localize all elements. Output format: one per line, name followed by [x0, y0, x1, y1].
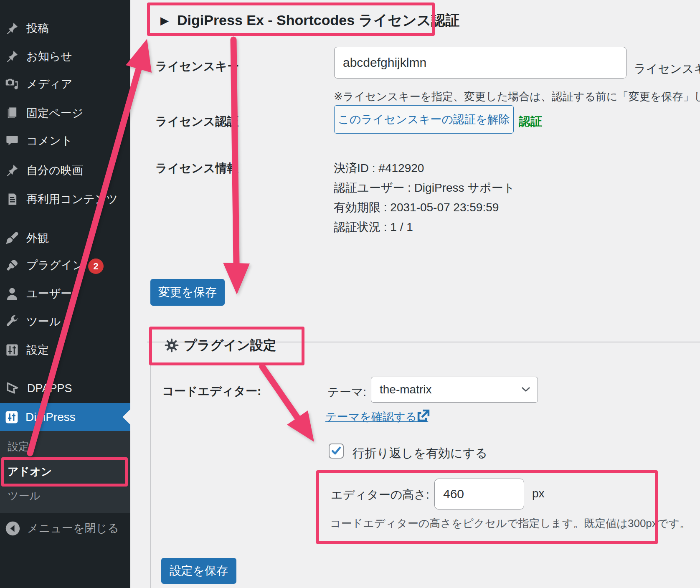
sidebar-item-label: DigiPress [25, 411, 76, 424]
license-info-expiry: 有効期限 : 2031-05-07 23:59:59 [334, 200, 499, 215]
license-key-input[interactable]: abcdefghijklmn [334, 47, 626, 79]
collapse-menu-button[interactable]: メニューを閉じる [0, 520, 130, 537]
sidebar-item-pages[interactable]: 固定ページ [0, 105, 130, 122]
sidebar-item-dpapps[interactable]: DPAPPS [0, 380, 130, 397]
sliders-icon [5, 343, 19, 357]
sidebar-item-media[interactable]: メディア [0, 76, 130, 92]
sidebar-item-label: メディア [26, 76, 73, 91]
license-info-activation-count: 認証状況 : 1 / 1 [334, 219, 413, 235]
auth-status-text: 認証 [519, 114, 542, 129]
sidebar-item-label: お知らせ [26, 49, 72, 64]
sidebar-item-announcements[interactable]: お知らせ [0, 48, 130, 65]
sidebar-item-comments[interactable]: コメント [0, 132, 130, 149]
sidebar-item-plugins[interactable]: プラグイン [0, 257, 130, 274]
page-title: DigiPress Ex - Shortcodes ライセンス認証 [177, 11, 460, 30]
deactivate-license-button[interactable]: このライセンスキーの認証を解除 [334, 105, 514, 134]
pages-icon [5, 106, 19, 120]
editor-height-input[interactable]: 460 [434, 479, 524, 509]
sidebar-item-label: 外観 [26, 231, 49, 246]
wrench-icon [5, 314, 19, 329]
theme-label: テーマ: [327, 384, 366, 400]
chevron-down-icon [522, 387, 530, 392]
license-auth-label: ライセンス認証 [155, 114, 238, 129]
collapse-menu-label: メニューを閉じる [27, 521, 119, 536]
check-theme-link[interactable]: テーマを確認する。 [325, 409, 428, 424]
license-info-payment-id: 決済ID : #412920 [334, 160, 424, 176]
license-key-note: ※ライセンスキーを指定、変更した場合は、認証する前に「変更を保存」してくだ [334, 89, 700, 104]
license-info-label: ライセンス情報 [155, 160, 238, 176]
submenu-item-addons[interactable]: アドオン [8, 464, 52, 479]
editor-height-value: 460 [443, 487, 464, 501]
plugins-update-badge: 2 [88, 259, 104, 274]
save-settings-button[interactable]: 設定を保存 [161, 558, 236, 584]
license-key-label: ライセンスキー [155, 58, 239, 74]
media-icon [5, 77, 19, 91]
sidebar-item-label: 投稿 [26, 21, 49, 36]
gear-icon [165, 338, 179, 352]
user-icon [5, 286, 19, 301]
external-link-icon [416, 408, 431, 423]
sidebar-item-label: 設定 [26, 342, 49, 357]
submenu-item-tools[interactable]: ツール [8, 489, 41, 503]
license-info-user: 認証ユーザー : DigiPress サポート [334, 180, 515, 196]
editor-height-unit: px [532, 487, 545, 500]
pin-icon [5, 163, 19, 177]
license-key-value: abcdefghijklmn [343, 56, 426, 70]
sidebar-item-posts[interactable]: 投稿 [0, 20, 130, 37]
digipress-icon [5, 411, 18, 424]
license-key-side-text: ライセンスキ [634, 61, 700, 77]
editor-height-description: コードエディターの高さをピクセルで指定します。既定値は300pxです。 [330, 516, 690, 531]
pin-icon [5, 21, 19, 35]
sidebar-item-label: 自分の映画 [26, 163, 83, 178]
sidebar-item-label: 再利用コンテンツ [26, 192, 118, 207]
sidebar-item-label: DPAPPS [27, 382, 72, 395]
sidebar-item-tools[interactable]: ツール [0, 313, 130, 330]
sidebar-item-users[interactable]: ユーザー [0, 285, 130, 302]
document-icon [5, 192, 19, 206]
theme-select[interactable]: the-matrix [371, 377, 538, 403]
license-section-title[interactable]: ▶ DigiPress Ex - Shortcodes ライセンス認証 [160, 11, 460, 30]
plugin-settings-heading: プラグイン設定 [165, 337, 276, 354]
theme-selected-value: the-matrix [380, 383, 431, 396]
comment-icon [5, 134, 19, 148]
annotation-arrow-to-editor-options [262, 367, 297, 418]
collapse-arrow-icon [5, 521, 20, 536]
dpapps-logo-icon [5, 381, 20, 396]
line-wrap-checkbox[interactable] [329, 444, 344, 459]
checkmark-icon [331, 446, 342, 456]
section-left-border [150, 342, 151, 588]
sidebar-item-appearance[interactable]: 外観 [0, 230, 130, 246]
sidebar-item-reusable-content[interactable]: 再利用コンテンツ [0, 191, 130, 208]
plug-icon [5, 258, 19, 272]
collapse-triangle-icon: ▶ [160, 14, 169, 27]
sidebar-item-my-movies[interactable]: 自分の映画 [0, 162, 130, 179]
save-changes-button[interactable]: 変更を保存 [150, 279, 225, 306]
plugin-settings-heading-text: プラグイン設定 [184, 337, 276, 354]
submenu-item-settings[interactable]: 設定 [8, 439, 29, 454]
line-wrap-label: 行折り返しを有効にする [353, 445, 487, 462]
sidebar-item-label: コメント [26, 133, 73, 148]
paintbrush-icon [5, 231, 19, 245]
sidebar-item-label: ツール [26, 314, 61, 329]
sidebar-item-digipress-active[interactable]: DigiPress [0, 403, 130, 431]
code-editor-label: コードエディター: [162, 383, 261, 399]
sidebar-item-settings[interactable]: 設定 [0, 342, 130, 358]
wordpress-admin-screen: 投稿 お知らせ メディア 固定ページ コメント 自分の映画 再利用コンテンツ 外… [0, 0, 700, 588]
editor-height-label: エディターの高さ: [331, 487, 429, 503]
sidebar-item-label: 固定ページ [26, 106, 83, 121]
sidebar-item-label: ユーザー [26, 286, 72, 301]
sidebar-item-label: プラグイン [26, 258, 84, 273]
pin-icon [5, 49, 19, 63]
